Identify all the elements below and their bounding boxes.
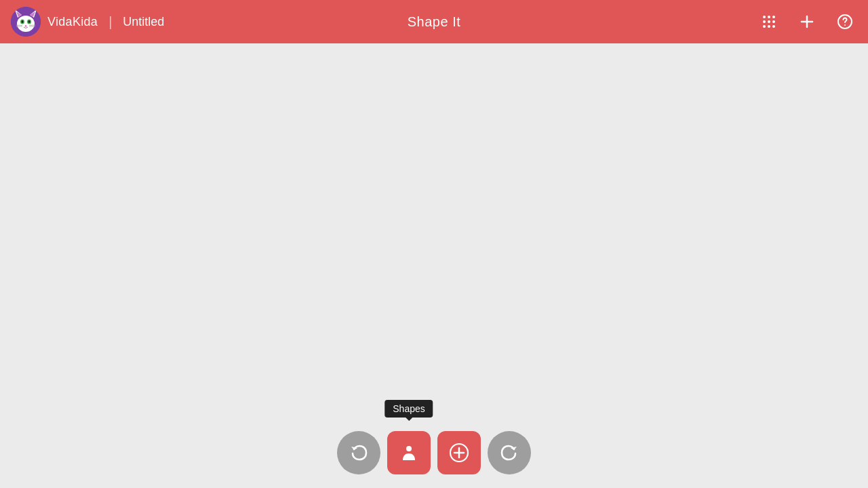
header-left: VidaKida | Untitled	[11, 7, 164, 37]
undo-icon	[349, 443, 369, 463]
redo-button[interactable]	[488, 431, 531, 474]
svg-point-21	[763, 25, 766, 28]
svg-line-11	[16, 25, 22, 26]
shapes-tooltip: Shapes	[384, 400, 433, 418]
svg-point-8	[22, 20, 24, 23]
shapes-button[interactable]: Shapes	[387, 431, 431, 474]
shapes-icon	[399, 443, 419, 463]
svg-point-20	[772, 20, 775, 23]
grid-icon	[761, 14, 777, 30]
bottom-toolbar: Shapes	[337, 431, 531, 474]
undo-button[interactable]	[337, 431, 380, 474]
svg-point-16	[768, 16, 770, 18]
add-button[interactable]	[795, 9, 819, 34]
canvas-area: Shapes	[0, 43, 868, 488]
add-shape-button[interactable]	[437, 431, 481, 474]
svg-line-13	[29, 25, 35, 26]
header-right	[757, 9, 857, 34]
doc-title[interactable]: Untitled	[123, 15, 164, 29]
svg-point-17	[772, 16, 775, 18]
svg-point-15	[763, 16, 766, 18]
app-title: Shape It	[408, 14, 461, 30]
svg-point-26	[406, 446, 412, 451]
logo-avatar[interactable]	[11, 7, 41, 37]
help-icon	[837, 14, 853, 30]
grid-menu-button[interactable]	[757, 9, 781, 34]
brand-name: VidaKida	[47, 15, 98, 29]
divider: |	[108, 14, 112, 30]
svg-point-18	[763, 20, 766, 23]
svg-point-22	[768, 25, 770, 28]
svg-point-23	[772, 25, 775, 28]
svg-point-19	[768, 20, 770, 23]
add-icon	[799, 14, 815, 30]
help-button[interactable]	[833, 9, 857, 34]
svg-point-25	[844, 24, 846, 26]
add-circle-icon	[449, 443, 469, 463]
svg-point-1	[17, 16, 35, 32]
header: VidaKida | Untitled Shape It	[0, 0, 868, 43]
svg-point-9	[28, 20, 31, 23]
redo-icon	[499, 443, 519, 463]
